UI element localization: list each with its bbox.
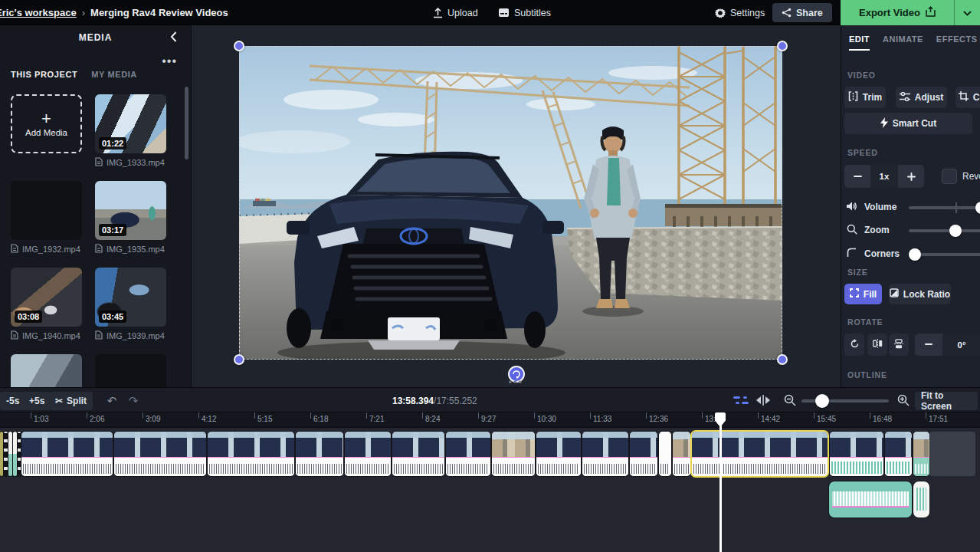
clip-thumbnails bbox=[885, 432, 912, 457]
rotate-decrease-button[interactable] bbox=[915, 334, 942, 356]
edit-tab-effects[interactable]: EFFECTS bbox=[936, 34, 978, 51]
zoom-slider[interactable] bbox=[909, 229, 980, 232]
project-title[interactable]: Merging Rav4 Review Videos bbox=[90, 7, 228, 18]
share-label: Share bbox=[796, 8, 823, 18]
timeline-clip[interactable] bbox=[392, 432, 444, 476]
timeline-clip[interactable] bbox=[13, 432, 17, 476]
zoom-out-button[interactable] bbox=[782, 392, 798, 410]
timeline-clip[interactable] bbox=[630, 432, 657, 476]
timeline-clip[interactable] bbox=[0, 432, 3, 476]
volume-slider[interactable] bbox=[909, 206, 980, 209]
rotate-90-button[interactable] bbox=[844, 334, 864, 356]
media-item-thumbnail[interactable]: 03:08 bbox=[11, 268, 82, 327]
subtitles-button[interactable]: Subtitles bbox=[498, 0, 551, 25]
flip-vertical-icon bbox=[894, 339, 903, 351]
clip-thumbnails bbox=[114, 432, 206, 457]
timeline-clip[interactable] bbox=[446, 432, 490, 476]
resize-handle-top-right[interactable] bbox=[777, 41, 788, 51]
media-item-thumbnail[interactable] bbox=[11, 354, 82, 387]
timeline-clip[interactable] bbox=[492, 432, 535, 476]
media-item-thumbnail[interactable] bbox=[95, 354, 166, 387]
timeline-clip[interactable] bbox=[885, 432, 912, 476]
corner-icon bbox=[847, 248, 857, 260]
timeline-zoom-slider[interactable] bbox=[801, 399, 889, 402]
cr-button[interactable]: Cr bbox=[955, 87, 980, 108]
back-5s-button[interactable]: -5s bbox=[0, 392, 25, 410]
trim-button[interactable]: Trim bbox=[844, 87, 886, 108]
timeline-ruler[interactable]: 1:032:063:094:125:156:187:218:249:2710:3… bbox=[0, 412, 980, 428]
settings-button[interactable]: Settings bbox=[715, 0, 765, 25]
timeline-clip[interactable] bbox=[208, 432, 294, 476]
workspace-link[interactable]: Eric's workspace bbox=[0, 7, 77, 18]
media-item-thumbnail[interactable]: 01:22 bbox=[95, 94, 166, 153]
fill-button[interactable]: Fill bbox=[844, 284, 882, 304]
clip-waveform bbox=[114, 457, 206, 476]
zoom-in-button[interactable] bbox=[895, 392, 912, 410]
upload-button[interactable]: Upload bbox=[433, 0, 478, 25]
audio-clip[interactable] bbox=[913, 481, 929, 518]
redo-button[interactable]: ↷ bbox=[126, 392, 141, 410]
reverse-checkbox[interactable] bbox=[942, 169, 957, 184]
export-video-button[interactable]: Export Video bbox=[841, 0, 980, 25]
timeline-clip[interactable] bbox=[296, 432, 343, 476]
flip-vertical-button[interactable] bbox=[889, 334, 909, 356]
timeline-zoom-knob[interactable] bbox=[815, 394, 829, 408]
audio-waveform-band bbox=[832, 491, 909, 508]
media-item-thumbnail[interactable]: 03:45 bbox=[95, 268, 166, 327]
resize-handle-bottom-left[interactable] bbox=[234, 354, 244, 365]
flip-horizontal-button[interactable] bbox=[867, 334, 887, 356]
timeline-clip[interactable] bbox=[673, 432, 690, 476]
timeline-clip[interactable] bbox=[8, 432, 12, 476]
speed-increase-button[interactable] bbox=[898, 165, 924, 188]
speed-decrease-button[interactable] bbox=[844, 165, 870, 188]
audio-clip[interactable] bbox=[829, 481, 912, 518]
adjust-button[interactable]: Adjust bbox=[896, 87, 947, 108]
timeline-clip[interactable] bbox=[536, 432, 581, 476]
timeline-clip[interactable] bbox=[913, 432, 929, 476]
zoom-slider-knob[interactable] bbox=[949, 225, 962, 237]
split-view-button[interactable] bbox=[754, 392, 772, 410]
timeline-clip[interactable] bbox=[692, 432, 828, 476]
edit-tab-animate[interactable]: ANIMATE bbox=[883, 34, 923, 51]
fit-to-screen-button[interactable]: Fit to Screen bbox=[915, 392, 978, 410]
timeline-clip[interactable] bbox=[830, 432, 883, 476]
resize-handle-bottom-right[interactable] bbox=[777, 354, 788, 365]
video-preview-frame[interactable] bbox=[239, 46, 782, 360]
timeline-clip[interactable] bbox=[659, 432, 671, 476]
ruler-tick bbox=[87, 412, 87, 419]
lock-ratio-label: Lock Ratio bbox=[903, 289, 950, 300]
playhead[interactable] bbox=[715, 412, 726, 552]
corners-slider[interactable] bbox=[909, 253, 980, 256]
timeline-clip[interactable] bbox=[21, 432, 113, 476]
timeline-clip[interactable] bbox=[114, 432, 206, 476]
clip-thumbnails bbox=[492, 432, 535, 457]
add-media-button[interactable]: +Add Media bbox=[11, 94, 82, 153]
media-item-filename: IMG_1935.mp4 bbox=[107, 245, 165, 254]
volume-slider-knob[interactable] bbox=[975, 202, 980, 214]
rotate-section-label: ROTATE bbox=[847, 317, 883, 327]
media-item-thumbnail[interactable]: 03:17 bbox=[95, 181, 166, 240]
share-button[interactable]: Share bbox=[772, 3, 832, 22]
forward-5s-button[interactable]: +5s bbox=[23, 392, 51, 410]
lock-ratio-button[interactable]: Lock Ratio bbox=[889, 284, 951, 304]
timeline-drag-handle[interactable]: ••• bbox=[509, 376, 524, 387]
ruler-tick bbox=[478, 412, 479, 419]
timeline-clip[interactable] bbox=[582, 432, 628, 476]
export-options-button[interactable] bbox=[955, 0, 980, 25]
snap-toggle-button[interactable] bbox=[733, 392, 752, 410]
timeline-clip[interactable] bbox=[345, 432, 391, 476]
gear-icon bbox=[715, 8, 726, 18]
clip-waveform bbox=[492, 457, 535, 476]
media-item-thumbnail[interactable] bbox=[11, 181, 82, 240]
resize-handle-top-left[interactable] bbox=[234, 41, 244, 51]
ruler-tick bbox=[758, 412, 759, 419]
edit-tab-edit[interactable]: EDIT bbox=[849, 34, 870, 51]
undo-button[interactable]: ↶ bbox=[104, 392, 120, 410]
media-scrollbar[interactable] bbox=[185, 87, 188, 159]
corners-slider-knob[interactable] bbox=[909, 248, 921, 261]
ruler-tick-label: 12:36 bbox=[649, 415, 668, 423]
timeline-clip[interactable] bbox=[4, 432, 8, 476]
timeline-clip[interactable] bbox=[18, 432, 21, 476]
split-button[interactable]: ✂ Split bbox=[49, 392, 93, 410]
smart-cut-button[interactable]: Smart Cut bbox=[844, 113, 972, 134]
